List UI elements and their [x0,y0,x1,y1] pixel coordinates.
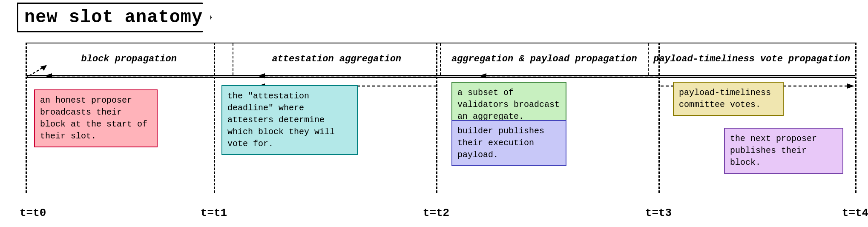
box-next-proposer: the next proposer publishes their block. [724,128,843,174]
phases-area: block propagation attestation aggregatio… [26,43,855,76]
box-attestation: the "attestation deadline" where atteste… [221,85,358,155]
arrow-t2-upper [256,73,441,83]
diagram: new slot anatomy block propagation attes… [0,0,868,227]
svg-marker-3 [45,73,52,78]
svg-marker-5 [258,73,265,78]
title-text: new slot anatomy [24,7,203,28]
svg-marker-9 [479,73,486,78]
vline-t4 [855,43,857,193]
box-ptc: payload-timeliness committee votes. [673,82,784,116]
title-box: new slot anatomy [17,3,212,32]
box-builder: builder publishes their execution payloa… [451,120,566,166]
svg-marker-11 [847,83,854,89]
tlabel-t2: t=t2 [423,207,449,219]
phase-ptv-propagation: payload-timeliness vote propagation [649,43,856,75]
tlabel-t0: t=t0 [20,207,46,219]
tlabel-t1: t=t1 [201,207,227,219]
arrow-t1 [43,73,217,83]
vline-t1 [214,43,215,193]
tlabel-t4: t=t4 [842,207,868,219]
phase-aggregation-payload: aggregation & payload propagation [441,43,649,75]
vline-t2 [436,43,437,193]
vline-t3 [658,43,660,193]
phase-attestation-aggregation: attestation aggregation [233,43,441,75]
tlabel-t3: t=t3 [645,207,672,219]
box-proposer: an honest proposer broadcasts their bloc… [34,89,158,147]
